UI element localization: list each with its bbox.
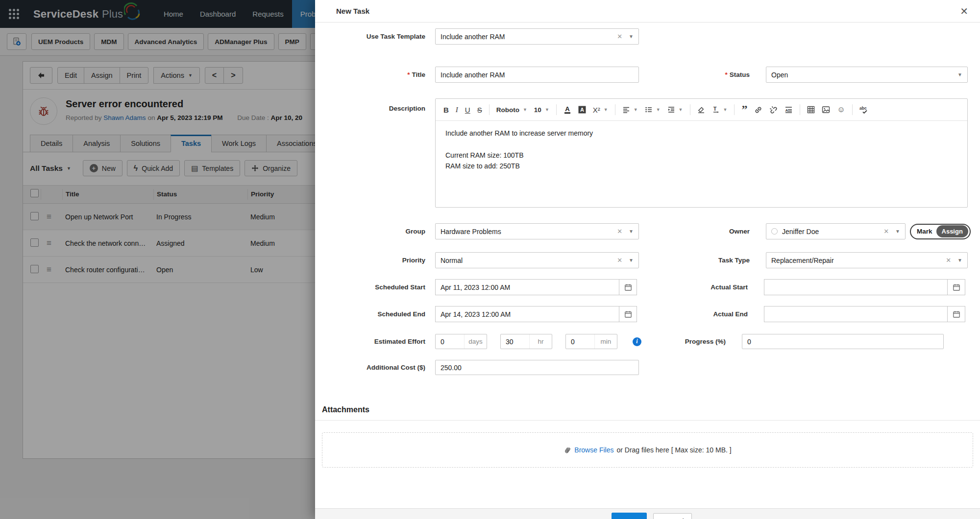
task-template-select[interactable]: Include another RAM ✕ ▼ xyxy=(435,28,639,45)
effort-minutes-input[interactable]: 0min xyxy=(565,334,617,349)
svg-text:A: A xyxy=(580,107,584,113)
mark-assign-toggle[interactable]: Mark Assign xyxy=(910,224,971,239)
underline-icon[interactable]: U xyxy=(465,106,470,114)
superscript-icon[interactable]: X²▼ xyxy=(593,106,608,114)
blockquote-icon[interactable]: ” xyxy=(741,107,747,113)
status-label: *Status xyxy=(639,71,750,78)
calendar-icon[interactable] xyxy=(619,279,637,295)
title-input[interactable] xyxy=(435,67,639,83)
chevron-down-icon: ▼ xyxy=(634,107,638,112)
font-size-select-icon[interactable]: 10▼ xyxy=(534,106,549,114)
chevron-down-icon: ▼ xyxy=(629,258,634,263)
font-family-select-icon[interactable]: Roboto▼ xyxy=(496,106,527,114)
progress-input[interactable] xyxy=(742,334,944,349)
status-select[interactable]: Open ▼ xyxy=(766,67,968,83)
cancel-button[interactable]: Cancel xyxy=(653,513,692,519)
mark-option[interactable]: Mark xyxy=(917,228,932,235)
modal-body: Use Task Template Include another RAM ✕ … xyxy=(315,28,980,468)
additional-cost-input[interactable] xyxy=(435,360,639,375)
title-label: *Title xyxy=(315,71,425,78)
task-template-label: Use Task Template xyxy=(315,33,425,40)
chevron-down-icon: ▼ xyxy=(545,107,549,112)
chevron-down-icon: ▼ xyxy=(723,107,728,112)
actual-start-label: Actual Start xyxy=(637,283,748,291)
task-type-label: Task Type xyxy=(639,257,750,264)
indent-icon[interactable]: ▼ xyxy=(667,106,683,114)
clear-icon[interactable]: ✕ xyxy=(883,228,889,235)
emoji-icon[interactable]: ☺ xyxy=(837,105,845,114)
unlink-icon[interactable] xyxy=(769,106,778,114)
row-description: Description BIUSRoboto▼10▼AAX²▼▼▼▼T▼”A☺a… xyxy=(315,98,980,208)
calendar-icon[interactable] xyxy=(619,306,637,322)
info-icon[interactable]: i xyxy=(633,337,641,346)
chevron-down-icon: ▼ xyxy=(523,107,527,112)
clear-icon[interactable]: ✕ xyxy=(617,257,622,264)
save-button[interactable]: Save xyxy=(612,513,647,519)
additional-cost-label: Additional Cost ($) xyxy=(315,364,425,371)
highlight-color-icon[interactable]: A xyxy=(578,106,586,114)
scheduled-end-input[interactable]: Apr 14, 2023 12:00 AM xyxy=(435,306,619,322)
scheduled-start-input[interactable]: Apr 11, 2023 12:00 AM xyxy=(435,279,619,295)
bold-icon[interactable]: B xyxy=(443,106,449,114)
group-select[interactable]: Hardware Problems ✕ ▼ xyxy=(435,223,639,239)
priority-label: Priority xyxy=(315,257,425,264)
toolbar-divider xyxy=(852,104,853,115)
new-task-modal: New Task ✕ Use Task Template Include ano… xyxy=(315,0,980,519)
clear-icon[interactable]: ✕ xyxy=(617,33,622,40)
attachments-dropzone[interactable]: Browse Files or Drag files here [ Max si… xyxy=(322,432,973,468)
scheduled-end-label: Scheduled End xyxy=(315,310,425,318)
group-label: Group xyxy=(315,228,425,235)
chevron-down-icon: ▼ xyxy=(957,258,962,263)
clear-icon[interactable]: ✕ xyxy=(617,228,622,235)
row-group-owner: Group Hardware Problems ✕ ▼ Owner Jeniff… xyxy=(315,223,980,239)
row-additional-cost: Additional Cost ($) xyxy=(315,360,980,375)
attachments-heading: Attachments xyxy=(322,405,980,414)
screen: ServiceDesk Plus HomeDashboardRequestsPr… xyxy=(0,0,980,519)
italic-icon[interactable]: I xyxy=(456,106,458,114)
clear-icon[interactable]: ✕ xyxy=(946,257,951,264)
row-effort-progress: Estimated Effort 0days 30hr 0min i Progr… xyxy=(315,334,980,349)
calendar-icon[interactable] xyxy=(947,279,965,295)
actual-end-input[interactable] xyxy=(764,306,948,322)
chevron-down-icon: ▼ xyxy=(895,229,900,234)
strikethrough-icon[interactable]: S xyxy=(477,106,482,114)
paperclip-icon xyxy=(562,444,573,455)
owner-select[interactable]: Jeniffer Doe ✕ ▼ xyxy=(766,223,906,239)
toolbar-divider xyxy=(489,104,490,115)
actual-start-input[interactable] xyxy=(764,279,948,295)
modal-footer: Save Cancel xyxy=(315,508,980,519)
row-title-status: *Title *Status Open ▼ xyxy=(315,67,980,83)
editor-toolbar: BIUSRoboto▼10▼AAX²▼▼▼▼T▼”A☺abc xyxy=(436,99,967,121)
clear-format-icon[interactable] xyxy=(697,106,705,114)
calendar-icon[interactable] xyxy=(947,306,965,322)
text-direction-icon[interactable]: T▼ xyxy=(712,106,728,114)
assign-option[interactable]: Assign xyxy=(936,225,968,237)
insert-table-icon[interactable] xyxy=(807,106,815,114)
svg-text:T: T xyxy=(713,106,716,112)
divider xyxy=(315,420,980,421)
chevron-down-icon: ▼ xyxy=(629,34,634,39)
chevron-down-icon: ▼ xyxy=(629,229,634,234)
chevron-down-icon: ▼ xyxy=(679,107,683,112)
row-task-template: Use Task Template Include another RAM ✕ … xyxy=(315,28,980,45)
effort-days-input[interactable]: 0days xyxy=(435,334,487,349)
effort-hours-input[interactable]: 30hr xyxy=(500,334,552,349)
progress-label: Progress (%) xyxy=(641,338,726,345)
estimated-effort-label: Estimated Effort xyxy=(315,338,425,345)
insert-image-icon[interactable] xyxy=(822,106,830,114)
chevron-down-icon: ▼ xyxy=(957,72,962,77)
line-spacing-icon[interactable]: A xyxy=(784,106,793,114)
chevron-down-icon: ▼ xyxy=(656,107,661,112)
link-icon[interactable] xyxy=(754,106,762,114)
description-text[interactable]: Include another RAM to increase server m… xyxy=(436,121,967,207)
close-icon[interactable]: ✕ xyxy=(960,6,968,16)
description-editor: BIUSRoboto▼10▼AAX²▼▼▼▼T▼”A☺abc Include a… xyxy=(435,98,968,208)
priority-select[interactable]: Normal ✕ ▼ xyxy=(435,252,639,268)
task-type-select[interactable]: Replacement/Repair ✕ ▼ xyxy=(766,252,968,268)
browse-files-link[interactable]: Browse Files xyxy=(574,446,613,454)
list-icon[interactable]: ▼ xyxy=(645,106,661,114)
text-color-icon[interactable]: A xyxy=(564,106,571,114)
svg-text:A: A xyxy=(785,108,788,113)
spellcheck-icon[interactable]: abc xyxy=(859,106,869,114)
align-icon[interactable]: ▼ xyxy=(622,106,638,114)
